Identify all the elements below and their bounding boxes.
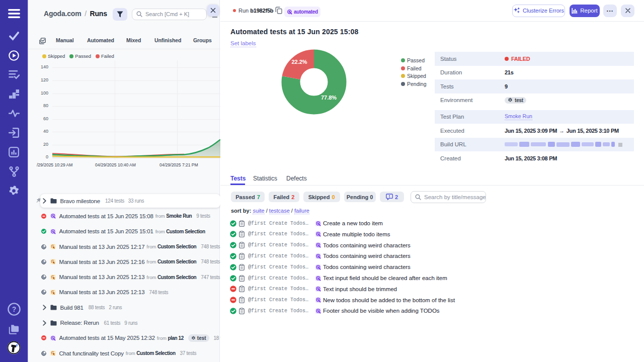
svg-text:?: ? (12, 305, 16, 313)
svg-text:77.8%: 77.8% (321, 95, 337, 101)
svg-text:22.2%: 22.2% (291, 59, 307, 65)
